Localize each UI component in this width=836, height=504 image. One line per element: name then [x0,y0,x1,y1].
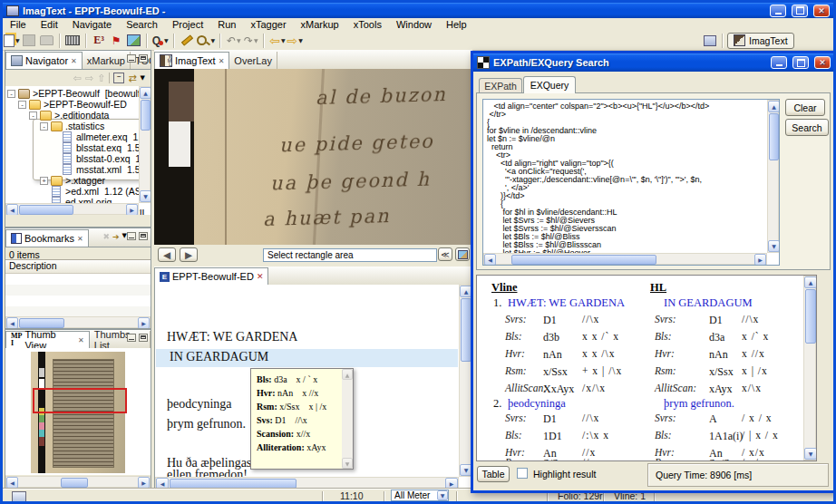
editor-line[interactable]: IN GEARDAGUM [170,350,268,364]
maximize-view-icon[interactable] [139,232,148,240]
dialog-maximize-button[interactable] [792,56,809,69]
meter-select[interactable]: All Meter ▼ [391,489,449,501]
minimize-button[interactable] [770,5,786,17]
minimize-view-icon[interactable] [127,334,136,342]
menu-edit[interactable]: Edit [34,18,65,32]
editor-line[interactable]: þrym gefrunon. [167,417,246,431]
print-button[interactable] [39,33,54,48]
tab-eppt-beowulf-ed[interactable]: E EPPT-Beowulf-ED✕ [154,267,268,285]
new-wizard-button[interactable]: ▼ [4,33,20,48]
search-tool-button[interactable]: ▼ [197,33,216,48]
minimize-view-icon[interactable] [127,54,136,63]
tree-item[interactable]: blsstat-0.exq 1. [51,153,143,164]
query-tool-button[interactable]: Q▼ [152,33,169,48]
tree-item[interactable]: ->EPPT-Beowulf-ED [18,99,127,110]
goto-bookmark-icon[interactable]: ➔ [112,232,120,241]
thumb-hscrollbar[interactable]: ◀ ▶ [5,476,151,488]
tab-imagtext[interactable]: XML ImagText✕ [154,52,229,69]
last-edit-forward-button[interactable]: ↷▼ [243,33,258,48]
tree-expander-icon[interactable]: + [40,177,48,185]
menu-xtagger[interactable]: xTagger [243,18,293,32]
close-icon[interactable]: ✕ [219,57,225,65]
bookmarks-hscrollbar[interactable]: ◀ ▶ [5,316,151,328]
close-icon[interactable]: ✕ [78,336,84,344]
image-status-field[interactable]: Select rectangle area [263,248,437,262]
prev-image-button[interactable]: ◀ [158,247,176,262]
delete-bookmark-icon[interactable]: ✖ [103,232,111,241]
tooltip-scrollbar[interactable]: ▲ ▼ [342,369,353,469]
result-vline-link[interactable]: HWÆT: WE GARDENA [508,296,625,310]
save-button[interactable] [22,33,37,48]
forward-button[interactable]: ⇨▼ [287,33,303,48]
collapse-all-icon[interactable]: − [113,73,124,83]
menu-xtools[interactable]: xTools [346,18,389,32]
link-with-editor-icon[interactable]: ⇄ [128,73,136,84]
menu-project[interactable]: Project [165,18,210,32]
editor-vscrollbar[interactable]: ▲ ▼ [459,285,471,477]
tree-item[interactable]: -.statistics [40,121,104,131]
tree-vscrollbar[interactable]: ▲ ▼ [139,86,151,203]
link-tool-button[interactable] [180,33,195,48]
chevron-down-icon[interactable]: ▼ [437,490,448,500]
tree-hscrollbar[interactable]: ◀ ▶ [5,203,139,215]
tab-exquery[interactable]: EXQuery [523,76,576,93]
tree-item[interactable]: ->.editiondata [29,110,109,121]
tab-navigator[interactable]: Navigator✕ [5,52,83,69]
tree-item[interactable]: blsstat.exq 1.5 [51,142,141,153]
close-icon[interactable]: ✕ [77,235,83,243]
up-level-icon[interactable]: ⇧ [97,73,105,84]
title-bar[interactable]: ImagText - EPPT-Beowulf-ED - ✕ [3,3,833,18]
manuscript-image[interactable]: al de buzon ue pide geteo ua þe geond h … [154,69,472,245]
close-icon[interactable]: ✕ [71,57,77,65]
tab-bookmarks[interactable]: Bookmarks✕ [5,229,89,247]
query-code-area[interactable]: <td align="center" colspan="2"><b><u>{"H… [482,99,780,266]
open-perspective-button[interactable] [702,33,717,48]
dialog-title-bar[interactable]: EXPath/EXQuery Search ✕ [473,53,834,72]
dialog-minimize-button[interactable] [771,56,787,69]
fast-view-icon[interactable] [12,491,26,502]
dialog-close-button[interactable]: ✕ [814,56,831,69]
table-button[interactable]: Table [477,466,510,482]
tree-expander-icon[interactable]: - [29,111,37,120]
selection-rectangle[interactable] [33,388,127,413]
editor-line[interactable]: HWÆT: WE GARDENA [167,330,297,344]
back-history-icon[interactable]: ⇦ [73,73,82,84]
tree-item[interactable]: +>.xtagger [40,175,105,186]
tab-expath[interactable]: EXPath [479,78,522,93]
result-hl-link[interactable]: IN GEARDAGUM [664,296,753,310]
forward-history-icon[interactable]: ⇨ [85,73,93,84]
tab-overlay[interactable]: OverLay [229,52,277,69]
tree-item[interactable]: msstat.xml 1.5 [51,164,141,175]
image-tool-button[interactable] [126,33,141,48]
close-icon[interactable]: ✕ [257,272,264,281]
keyboard-icon-button[interactable] [65,33,81,48]
menu-search[interactable]: Search [119,18,165,32]
close-button[interactable]: ✕ [813,5,830,17]
clear-button[interactable]: Clear [785,99,825,116]
editor-hscrollbar[interactable]: ◀ ▶ [155,477,459,489]
code-hscrollbar[interactable]: ◀ ▶ [483,253,767,265]
view-menu-icon[interactable]: ▼ [141,74,145,82]
last-edit-back-button[interactable]: ↶▼ [226,33,241,48]
result-vline-link[interactable]: þeodcyninga [508,397,566,411]
menu-window[interactable]: Window [389,18,439,32]
maximize-view-icon[interactable] [139,334,148,342]
editor-line[interactable]: þeodcyninga [167,397,232,412]
menu-xmarkup[interactable]: xMarkup [294,18,346,32]
thumbnail-area[interactable] [5,348,151,475]
tree-item[interactable]: allmeter.exq 1.3 [51,131,146,142]
result-hl-link[interactable]: þrym gefrunon. [664,397,734,411]
column-header-description[interactable]: Description [5,260,151,274]
menu-help[interactable]: Help [439,18,474,32]
results-area[interactable]: Vline HL 1. HWÆT: WE GARDENA IN GEARDAGU… [476,275,817,461]
back-button[interactable]: ⇦▼ [269,33,285,48]
menu-navigate[interactable]: Navigate [65,18,119,32]
bookmark-flag-button[interactable]: ⚑ [109,33,124,48]
maximize-button[interactable] [792,5,808,17]
maximize-view-icon[interactable] [139,54,148,63]
tab-xmarkup[interactable]: xMarkup [83,52,131,69]
menu-run[interactable]: Run [210,18,243,32]
perspective-imagtext-button[interactable]: ImagText [727,33,794,49]
tree-expander-icon[interactable]: - [7,90,15,98]
minimize-view-icon[interactable] [127,232,136,240]
